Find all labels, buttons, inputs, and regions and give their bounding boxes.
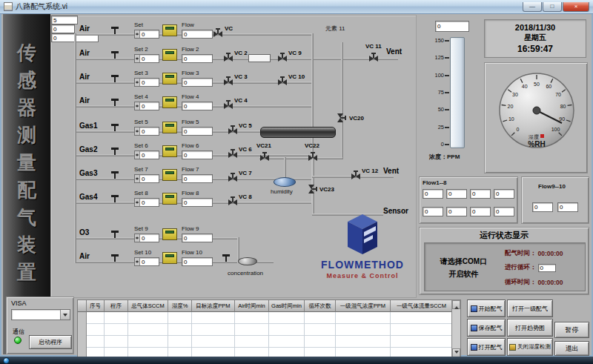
spinner-icon[interactable] — [135, 128, 140, 135]
table-column[interactable] — [391, 312, 453, 357]
save-gas-button[interactable]: 保存配气 — [467, 319, 506, 337]
column-header[interactable]: 一级气体流量SCCM — [391, 300, 453, 312]
flow18-label: Flow1--8 — [423, 179, 446, 186]
valve-vc20[interactable] — [337, 113, 346, 123]
tick-mark — [445, 40, 449, 42]
spinner-icon[interactable] — [135, 199, 140, 206]
column-header[interactable]: Gas时间min — [269, 300, 305, 312]
close-humidity-button[interactable]: 关闭湿度检测 — [507, 338, 553, 356]
table-column[interactable] — [105, 312, 128, 357]
banner-char: 配 — [3, 176, 50, 204]
minimize-button[interactable]: — — [523, 2, 542, 12]
spinner-icon[interactable] — [135, 234, 140, 242]
close-button[interactable]: × — [563, 2, 589, 12]
valve-vc3[interactable] — [223, 76, 233, 85]
set-input[interactable]: 0 — [134, 150, 159, 159]
open-gas-button[interactable]: 打开配气 — [467, 338, 506, 356]
table-column[interactable] — [128, 312, 168, 357]
valve-label: VC 5 — [239, 122, 252, 129]
svg-text:50: 50 — [534, 82, 540, 87]
spinner-icon[interactable] — [135, 151, 140, 159]
pipe — [75, 58, 398, 60]
set-label: Set 2 — [134, 46, 148, 53]
table-scrollbar[interactable] — [451, 300, 460, 357]
exit-button[interactable]: 退出 — [554, 341, 589, 356]
set-input[interactable]: 0 — [134, 174, 159, 183]
set-input[interactable]: 0 — [134, 54, 159, 63]
scrollbar-track[interactable] — [452, 309, 460, 348]
flow-label: Flow 2 — [182, 46, 199, 53]
spinner-icon[interactable] — [135, 175, 140, 182]
valve-vc5[interactable] — [228, 125, 238, 134]
inline-filter — [248, 54, 271, 62]
maximize-button[interactable]: □ — [543, 2, 562, 12]
valve-vc11[interactable] — [368, 53, 379, 62]
valve-vc12[interactable] — [351, 171, 361, 179]
pipe — [259, 157, 342, 159]
valve-vc22[interactable] — [308, 152, 318, 161]
visa-resource-value[interactable] — [12, 310, 60, 320]
table-column[interactable] — [168, 312, 192, 357]
flow-readout: 0 — [470, 207, 491, 216]
element11-input[interactable]: 5 — [51, 16, 78, 24]
valve-vc9[interactable] — [277, 53, 288, 62]
pause-button[interactable]: 暂停 — [554, 322, 589, 338]
valve-vc4[interactable] — [223, 100, 233, 109]
valve-vc23[interactable] — [308, 184, 317, 194]
open-primary-gas-button[interactable]: 打开一级配气 — [507, 300, 553, 317]
valve-vc2[interactable] — [223, 53, 233, 62]
visa-label: VISA — [11, 300, 27, 307]
set-input[interactable]: 0 — [134, 102, 159, 110]
open-trend-button[interactable]: 打开趋势图 — [507, 319, 553, 337]
start-gas-button[interactable]: 开始配气 — [467, 300, 506, 317]
spinner-icon[interactable] — [135, 102, 140, 110]
set-input[interactable]: 0 — [134, 234, 159, 242]
spinner-icon[interactable] — [135, 30, 140, 38]
valve-vc21[interactable] — [259, 152, 270, 161]
column-header[interactable]: 循环次数 — [305, 300, 336, 312]
valve-vc[interactable] — [213, 28, 223, 37]
window-titlebar[interactable]: 八路配气系统.vi — □ × — [0, 0, 593, 14]
table-column[interactable] — [235, 312, 269, 357]
valve-vc7[interactable] — [228, 173, 238, 182]
spinner-icon[interactable] — [135, 55, 140, 62]
table-column[interactable] — [305, 312, 336, 357]
column-header[interactable]: Air时间min — [235, 300, 269, 312]
table-column[interactable] — [269, 312, 305, 357]
column-header[interactable]: 湿度% — [168, 300, 192, 312]
windows-taskbar[interactable] — [0, 357, 593, 364]
program-table[interactable]: 序号 程序 总气体SCCM 湿度% 目标浓度PPM Air时间min Gas时间… — [77, 300, 461, 358]
set-label: Set 7 — [134, 166, 148, 173]
scroll-up-icon[interactable] — [452, 300, 460, 309]
status-message-line: 请选择COM口 — [440, 257, 487, 267]
flow-display: 0 — [182, 234, 213, 242]
valve-vc6[interactable] — [228, 149, 238, 158]
flow18-panel: Flow1--8 0 0 0 0 0 0 0 0 — [419, 176, 518, 224]
column-header[interactable]: 总气体SCCM — [128, 300, 168, 312]
valve-vc10[interactable] — [277, 76, 288, 85]
set-input[interactable]: 0 — [134, 198, 159, 207]
gas-label: Air — [79, 252, 90, 260]
column-header[interactable]: 一级混气浓度PPM — [336, 300, 391, 312]
column-header[interactable]: 序号 — [87, 300, 105, 312]
valve-vc8[interactable] — [228, 196, 238, 205]
spinner-icon[interactable] — [135, 258, 140, 265]
table-column[interactable] — [336, 312, 391, 357]
column-header[interactable]: 程序 — [105, 300, 128, 312]
visa-resource-combo[interactable] — [11, 309, 70, 320]
banner-char: 感 — [3, 67, 50, 94]
start-program-button[interactable]: 启动程序 — [29, 335, 72, 349]
set-input[interactable]: 0 — [134, 30, 159, 39]
column-header[interactable]: 目标浓度PPM — [192, 300, 235, 312]
table-body[interactable] — [78, 312, 453, 357]
set-input[interactable]: 0 — [134, 257, 159, 266]
combo-dropdown-icon[interactable] — [60, 310, 70, 320]
spinner-icon[interactable] — [135, 79, 140, 86]
flow-display: 0 — [182, 102, 213, 110]
start-orb-icon[interactable] — [3, 357, 10, 364]
set-input[interactable]: 0 — [134, 78, 159, 87]
table-column[interactable] — [87, 312, 105, 357]
valve-label: VC — [225, 25, 233, 32]
set-input[interactable]: 0 — [134, 127, 159, 136]
table-column[interactable] — [192, 312, 235, 357]
